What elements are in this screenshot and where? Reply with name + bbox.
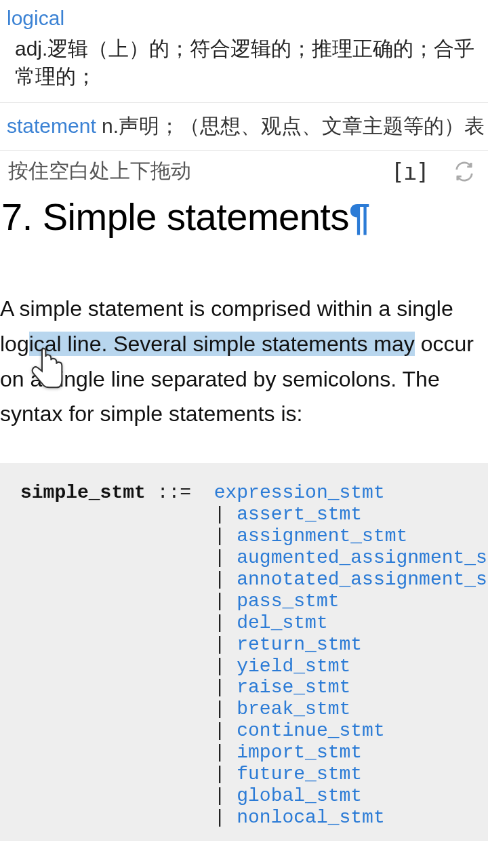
grammar-item[interactable]: nonlocal_stmt xyxy=(237,807,384,828)
dict-word-statement: statement xyxy=(7,115,96,137)
grammar-lhs: simple_stmt xyxy=(20,482,146,503)
grammar-item[interactable]: future_stmt xyxy=(237,764,362,785)
grammar-item[interactable]: import_stmt xyxy=(237,742,362,763)
dict-word-logical[interactable]: logical xyxy=(7,7,481,30)
grammar-item[interactable]: break_stmt xyxy=(237,698,350,719)
pilcrow-icon[interactable]: ¶ xyxy=(349,195,370,238)
para-highlight-rest: line. Several simple statements may xyxy=(62,332,415,356)
grammar-item[interactable]: return_stmt xyxy=(237,634,362,655)
page-heading: 7. Simple statements¶ xyxy=(0,192,488,239)
heading-text: Simple statements xyxy=(43,195,349,238)
grammar-item[interactable]: augmented_assignment_stmt xyxy=(237,547,488,568)
grammar-item[interactable]: del_stmt xyxy=(237,612,327,633)
grammar-item[interactable]: yield_stmt xyxy=(237,656,350,677)
grammar-item[interactable]: annotated_assignment_stmt xyxy=(237,569,488,590)
grammar-item[interactable]: global_stmt xyxy=(237,785,362,806)
dict-def-logical: adj.逻辑（上）的；符合逻辑的；推理正确的；合乎常理的； xyxy=(7,30,481,97)
refresh-icon[interactable] xyxy=(453,160,476,183)
grammar-code-block[interactable]: simple_stmt ::= expression_stmt | assert… xyxy=(0,463,488,841)
grammar-item[interactable]: raise_stmt xyxy=(237,677,350,698)
drag-toolbar[interactable]: 按住空白处上下拖动 [ı] xyxy=(0,151,488,192)
heading-number: 7. xyxy=(1,195,43,238)
dictionary-panel: logical adj.逻辑（上）的；符合逻辑的；推理正确的；合乎常理的； xyxy=(0,0,488,102)
grammar-item[interactable]: expression_stmt xyxy=(214,482,385,503)
grammar-item[interactable]: assignment_stmt xyxy=(237,526,407,547)
selection-highlight: ical line. Several simple statements may xyxy=(29,332,415,356)
grammar-item[interactable]: continue_stmt xyxy=(237,720,384,741)
bracket-icon[interactable]: [ı] xyxy=(391,158,428,185)
intro-paragraph[interactable]: A simple statement is comprised within a… xyxy=(0,239,488,432)
grammar-item[interactable]: assert_stmt xyxy=(237,504,362,525)
dict-def-statement: n.声明；（思想、观点、文章主题等的）表 xyxy=(96,115,485,137)
grammar-item[interactable]: pass_stmt xyxy=(237,591,339,612)
dict-row-statement[interactable]: statement n.声明；（思想、观点、文章主题等的）表 xyxy=(0,103,488,150)
grammar-op: ::= xyxy=(146,482,214,503)
drag-hint: 按住空白处上下拖动 xyxy=(8,157,191,185)
